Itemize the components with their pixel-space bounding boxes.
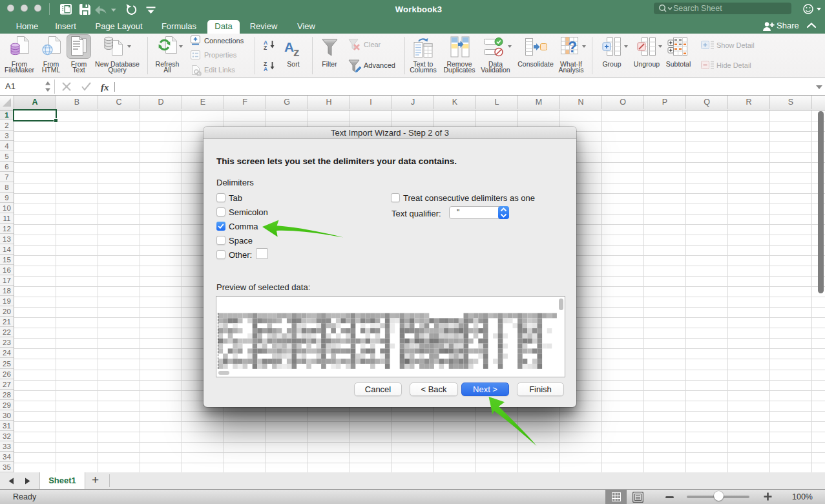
svg-text:A: A [264, 66, 267, 71]
svg-text:Z: Z [264, 45, 267, 50]
svg-text:fx: fx [101, 82, 109, 92]
svg-text:?: ? [568, 39, 577, 56]
svg-text:A: A [284, 39, 294, 54]
svg-text:z: z [293, 45, 300, 58]
